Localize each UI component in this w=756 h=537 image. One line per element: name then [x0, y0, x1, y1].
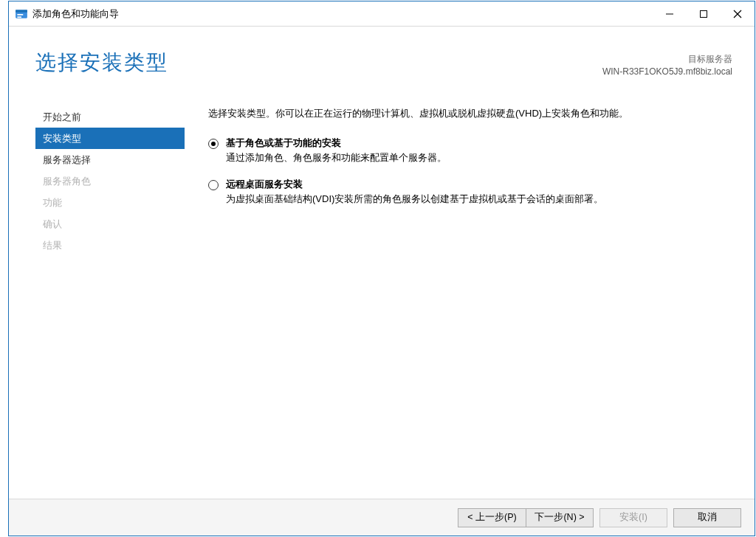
instruction-text: 选择安装类型。你可以在正在运行的物理计算机、虚拟机或脱机虚拟硬盘(VHD)上安装…	[208, 106, 718, 121]
cancel-button[interactable]: 取消	[673, 508, 741, 527]
nav-before-you-begin[interactable]: 开始之前	[35, 106, 185, 128]
option-role-based-desc: 通过添加角色、角色服务和功能来配置单个服务器。	[226, 151, 447, 164]
wizard-window: 添加角色和功能向导 选择安装类型 目标服务器 WIN-R33F1OKO5J9.m…	[8, 1, 755, 536]
option-role-based[interactable]: 基于角色或基于功能的安装 通过添加角色、角色服务和功能来配置单个服务器。	[208, 136, 718, 164]
nav-server-selection[interactable]: 服务器选择	[35, 149, 185, 170]
minimize-button[interactable]	[653, 1, 687, 26]
window-title: 添加角色和功能向导	[32, 7, 119, 21]
option-role-based-title: 基于角色或基于功能的安装	[226, 136, 447, 150]
app-icon	[15, 7, 28, 21]
target-server-box: 目标服务器 WIN-R33F1OKO5J9.mf8biz.local	[602, 49, 732, 78]
prev-button[interactable]: < 上一步(P)	[458, 508, 526, 527]
close-button[interactable]	[721, 1, 755, 26]
nav-server-roles: 服务器角色	[35, 170, 185, 192]
page-title: 选择安装类型	[35, 49, 602, 77]
svg-rect-3	[17, 16, 21, 18]
svg-rect-2	[17, 14, 23, 15]
prev-next-group: < 上一步(P) 下一步(N) >	[458, 508, 594, 527]
option-remote-desktop[interactable]: 远程桌面服务安装 为虚拟桌面基础结构(VDI)安装所需的角色服务以创建基于虚拟机…	[208, 178, 718, 206]
titlebar: 添加角色和功能向导	[9, 1, 755, 27]
nav-features: 功能	[35, 192, 185, 213]
body: 开始之前 安装类型 服务器选择 服务器角色 功能 确认 结果 选择安装类型。你可…	[9, 87, 755, 499]
option-remote-desktop-desc: 为虚拟桌面基础结构(VDI)安装所需的角色服务以创建基于虚拟机或基于会话的桌面部…	[226, 193, 603, 206]
content: 选择安装类型。你可以在正在运行的物理计算机、虚拟机或脱机虚拟硬盘(VHD)上安装…	[185, 87, 755, 499]
window-controls	[653, 1, 755, 26]
nav-results: 结果	[35, 235, 185, 256]
target-server-value: WIN-R33F1OKO5J9.mf8biz.local	[602, 66, 732, 78]
install-button: 安装(I)	[599, 508, 667, 527]
svg-rect-5	[701, 10, 707, 17]
nav-installation-type[interactable]: 安装类型	[35, 128, 185, 149]
radio-remote-desktop[interactable]	[208, 180, 219, 190]
option-remote-desktop-title: 远程桌面服务安装	[226, 178, 603, 191]
sidebar: 开始之前 安装类型 服务器选择 服务器角色 功能 确认 结果	[35, 87, 185, 499]
target-server-label: 目标服务器	[602, 53, 732, 66]
next-button[interactable]: 下一步(N) >	[526, 508, 594, 527]
header: 选择安装类型 目标服务器 WIN-R33F1OKO5J9.mf8biz.loca…	[9, 27, 755, 87]
maximize-button[interactable]	[687, 1, 721, 26]
svg-rect-1	[16, 10, 27, 12]
nav-confirmation: 确认	[35, 213, 185, 235]
footer: < 上一步(P) 下一步(N) > 安装(I) 取消	[9, 499, 755, 536]
radio-role-based[interactable]	[208, 139, 219, 149]
